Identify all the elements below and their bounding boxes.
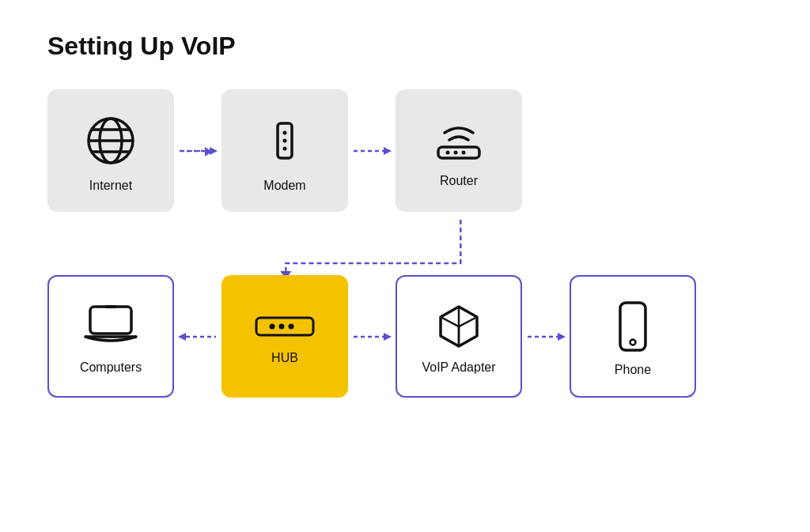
voip-diagram: Internet Modem (47, 89, 763, 500)
phone-node: Phone (570, 275, 696, 398)
computers-label: Computers (80, 360, 142, 375)
internet-icon (82, 112, 139, 169)
svg-point-26 (289, 323, 294, 329)
arrow-hub-computers (174, 329, 221, 345)
arrow-hub-voip (348, 329, 396, 345)
hub-label: HUB (271, 351, 298, 365)
svg-rect-32 (620, 303, 645, 350)
router-icon (430, 117, 487, 164)
modem-label: Modem (263, 179, 305, 193)
svg-marker-17 (280, 271, 291, 275)
svg-marker-12 (384, 147, 392, 155)
modem-icon (265, 112, 305, 169)
top-row: Internet Modem (47, 89, 763, 212)
internet-label: Internet (89, 179, 132, 193)
svg-rect-19 (105, 305, 116, 308)
modem-node: Modem (221, 89, 348, 212)
svg-point-25 (279, 323, 285, 329)
svg-rect-13 (438, 147, 479, 158)
svg-marker-28 (384, 333, 392, 341)
svg-marker-31 (558, 333, 566, 341)
hub-node: HUB (221, 275, 348, 398)
voip-adapter-label: VoIP Adapter (422, 360, 495, 375)
svg-rect-18 (90, 307, 131, 334)
svg-point-24 (270, 323, 275, 329)
arrow-internet-modem (174, 150, 221, 152)
router-label: Router (440, 174, 478, 188)
svg-point-10 (283, 146, 287, 150)
svg-marker-6 (210, 147, 218, 155)
svg-marker-22 (178, 333, 186, 341)
page-title: Setting Up VoIP (47, 32, 763, 61)
svg-point-16 (462, 150, 466, 154)
hub-icon (253, 311, 316, 341)
svg-point-9 (283, 138, 287, 142)
voip-adapter-node: VoIP Adapter (396, 275, 522, 398)
computers-node: Computers (47, 275, 174, 398)
svg-rect-23 (256, 318, 313, 335)
svg-point-33 (630, 339, 636, 345)
arrow-voip-phone (522, 329, 570, 345)
svg-point-15 (454, 150, 458, 154)
voip-adapter-icon (434, 302, 483, 351)
bottom-row: Computers HUB (47, 275, 763, 398)
svg-point-14 (446, 150, 450, 154)
l-connector-row (47, 220, 763, 275)
phone-icon (617, 300, 649, 353)
svg-point-8 (283, 130, 287, 134)
internet-node: Internet (47, 89, 174, 212)
arrow-modem-router (348, 143, 396, 159)
computers-icon (82, 302, 139, 351)
phone-label: Phone (615, 363, 651, 377)
router-node: Router (396, 89, 522, 212)
